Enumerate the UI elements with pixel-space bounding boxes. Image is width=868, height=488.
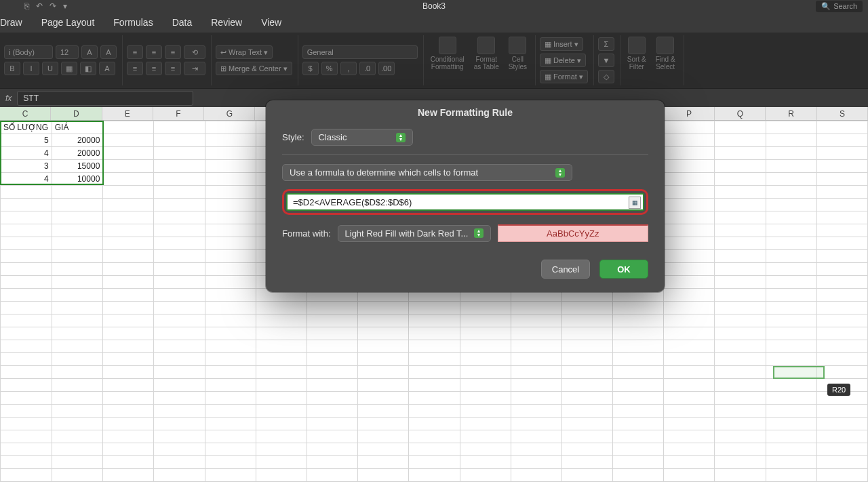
cell[interactable]: [205, 353, 256, 366]
cell[interactable]: [715, 353, 766, 366]
cell[interactable]: [561, 405, 612, 418]
cell[interactable]: [205, 289, 256, 302]
cell[interactable]: [715, 443, 766, 456]
cell[interactable]: [664, 121, 715, 134]
cell[interactable]: [460, 392, 511, 405]
cell[interactable]: [766, 224, 816, 237]
cell[interactable]: [816, 340, 867, 353]
tab-pagelayout[interactable]: Page Layout: [41, 17, 95, 28]
cell[interactable]: [256, 430, 307, 443]
cell[interactable]: [460, 443, 511, 456]
cell[interactable]: [52, 314, 103, 327]
delete-button[interactable]: ▦ Delete ▾: [540, 54, 586, 67]
inc-decimal-button[interactable]: .0: [359, 62, 376, 75]
cell[interactable]: [1, 340, 52, 353]
cell[interactable]: [1, 276, 52, 289]
cell[interactable]: [154, 147, 205, 160]
cell[interactable]: [715, 250, 766, 263]
cell[interactable]: [205, 314, 256, 327]
cell[interactable]: [766, 327, 816, 340]
cell[interactable]: [103, 160, 154, 173]
cell[interactable]: [1, 211, 52, 224]
cell[interactable]: [816, 224, 867, 237]
cell[interactable]: [766, 250, 816, 263]
cell[interactable]: [205, 263, 256, 276]
cell[interactable]: [205, 186, 256, 199]
col-header-D[interactable]: D: [51, 107, 102, 120]
cell[interactable]: [816, 302, 867, 314]
cell[interactable]: [307, 430, 358, 443]
cell[interactable]: [409, 418, 460, 430]
cell[interactable]: [154, 302, 205, 314]
cell[interactable]: [154, 160, 205, 173]
cell[interactable]: [1, 456, 52, 469]
cell[interactable]: [715, 392, 766, 405]
cell[interactable]: [766, 340, 816, 353]
cell[interactable]: [715, 263, 766, 276]
cell[interactable]: [358, 314, 409, 327]
cell[interactable]: [154, 121, 205, 134]
tab-data[interactable]: Data: [172, 17, 193, 28]
cell[interactable]: [664, 160, 715, 173]
cell[interactable]: [816, 211, 867, 224]
cell[interactable]: [409, 392, 460, 405]
wrap-text-button[interactable]: ↩Wrap Text ▾: [216, 45, 273, 59]
cell[interactable]: [154, 314, 205, 327]
cell[interactable]: [766, 186, 816, 199]
cell[interactable]: [52, 392, 103, 405]
cell[interactable]: [358, 430, 409, 443]
cell[interactable]: 4: [1, 147, 52, 160]
cell[interactable]: [561, 456, 612, 469]
cell[interactable]: [511, 302, 561, 314]
cell[interactable]: [103, 327, 154, 340]
cell[interactable]: GIÁ: [52, 121, 103, 134]
cell[interactable]: [205, 340, 256, 353]
underline-button[interactable]: U: [42, 62, 58, 75]
cell[interactable]: [154, 263, 205, 276]
cell[interactable]: [52, 327, 103, 340]
cell[interactable]: [1, 250, 52, 263]
cell[interactable]: [561, 353, 612, 366]
cell[interactable]: [816, 289, 867, 302]
cell[interactable]: [103, 443, 154, 456]
cell[interactable]: [613, 302, 664, 314]
cell[interactable]: [154, 430, 205, 443]
font-name-select[interactable]: i (Body): [4, 45, 53, 59]
cell[interactable]: [561, 392, 612, 405]
cell[interactable]: [103, 121, 154, 134]
cell[interactable]: [816, 443, 867, 456]
cell[interactable]: [766, 211, 816, 224]
save-icon[interactable]: ⎘: [24, 1, 29, 11]
cell[interactable]: [715, 237, 766, 250]
cell[interactable]: [52, 379, 103, 392]
col-header-C[interactable]: C: [0, 107, 51, 120]
cell[interactable]: [816, 147, 867, 160]
cell[interactable]: [154, 276, 205, 289]
font-size-select[interactable]: 12: [56, 45, 79, 59]
col-header-Q[interactable]: Q: [715, 107, 766, 120]
cell[interactable]: [358, 302, 409, 314]
cell[interactable]: [103, 353, 154, 366]
fx-label[interactable]: fx: [5, 94, 12, 103]
cell[interactable]: [766, 353, 816, 366]
cell[interactable]: [664, 418, 715, 430]
cell[interactable]: [358, 379, 409, 392]
cell[interactable]: [766, 199, 816, 211]
cell[interactable]: [715, 173, 766, 186]
cell[interactable]: [52, 456, 103, 469]
format-as-table-button[interactable]: Format as Table: [471, 35, 502, 85]
font-shrink-button[interactable]: A: [100, 45, 117, 59]
cell[interactable]: [103, 289, 154, 302]
cell[interactable]: 20000: [52, 147, 103, 160]
cell[interactable]: [52, 443, 103, 456]
cell[interactable]: [154, 443, 205, 456]
cell[interactable]: [358, 392, 409, 405]
cell[interactable]: [154, 340, 205, 353]
cell[interactable]: [816, 121, 867, 134]
cell[interactable]: [1, 186, 52, 199]
cell[interactable]: [511, 456, 561, 469]
cell[interactable]: [52, 430, 103, 443]
cell[interactable]: [1, 314, 52, 327]
conditional-formatting-button[interactable]: Conditional Formatting: [428, 35, 467, 85]
cell[interactable]: SỐ LƯỢNG: [1, 121, 52, 134]
